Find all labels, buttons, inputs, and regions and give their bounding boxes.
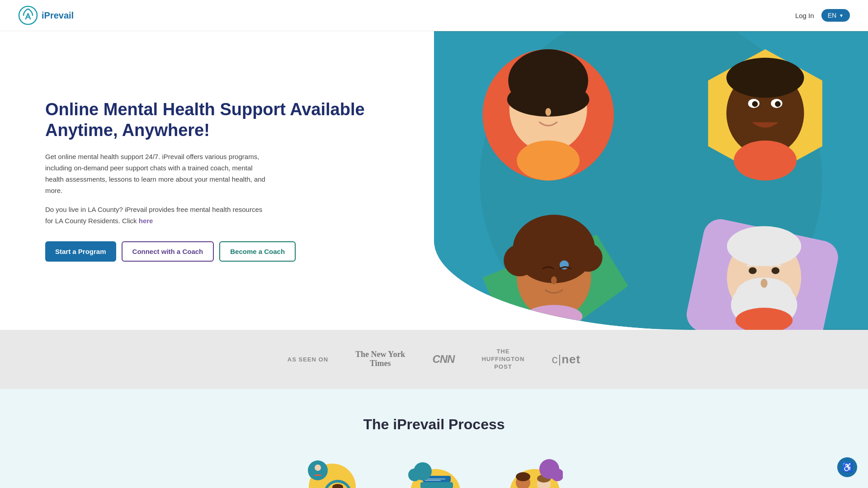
process-section: The iPrevail Process — [0, 389, 868, 488]
start-program-button[interactable]: Start a Program — [45, 241, 116, 262]
svg-point-16 — [752, 101, 758, 107]
svg-point-34 — [749, 267, 757, 274]
navbar: iPrevail Log In EN ▼ — [0, 0, 868, 31]
lang-label: EN — [828, 12, 836, 19]
language-selector[interactable]: EN ▼ — [821, 9, 850, 22]
svg-point-13 — [726, 58, 804, 98]
svg-point-18 — [734, 141, 797, 180]
nav-right: Log In EN ▼ — [795, 9, 850, 22]
as-seen-on-section: AS SEEN ON The New YorkTimes CNN THEHUFF… — [0, 330, 868, 389]
svg-point-44 — [315, 465, 321, 471]
svg-point-28 — [525, 305, 582, 328]
svg-point-7 — [534, 98, 542, 103]
svg-point-55 — [516, 472, 530, 481]
process-card-2 — [402, 455, 466, 488]
accessibility-icon: ♿ — [842, 462, 853, 473]
svg-point-17 — [775, 101, 781, 107]
huffpost-logo: THEHUFFINGTONPOST — [481, 348, 524, 371]
hero-illustration-svg — [434, 31, 868, 330]
svg-point-25 — [558, 226, 584, 251]
process-icon-assessment — [305, 458, 364, 488]
process-cards — [36, 455, 832, 488]
cnet-logo-text: c|net — [552, 352, 580, 366]
huffpost-logo-text: THEHUFFINGTONPOST — [481, 348, 524, 371]
hero-la-text: Do you live in LA County? iPrevail provi… — [45, 204, 271, 227]
accessibility-button[interactable]: ♿ — [837, 457, 857, 477]
hero-description: Get online mental health support 24/7. i… — [45, 151, 271, 196]
svg-point-52 — [408, 469, 421, 481]
svg-point-9 — [545, 108, 551, 116]
here-link[interactable]: here — [139, 217, 153, 225]
process-icon-1-wrap — [303, 455, 366, 488]
svg-rect-47 — [420, 482, 453, 488]
svg-point-8 — [555, 98, 563, 103]
process-icon-community — [504, 458, 563, 488]
cnn-logo: CNN — [432, 353, 454, 366]
la-text-before: Do you live in LA County? iPrevail provi… — [45, 206, 262, 225]
hero-section: Online Mental Health Support Available A… — [0, 31, 868, 330]
logo[interactable]: iPrevail — [18, 5, 74, 25]
hero-title: Online Mental Health Support Available A… — [45, 99, 416, 141]
connect-coach-button[interactable]: Connect with a Coach — [122, 241, 214, 262]
nyt-logo-text: The New YorkTimes — [355, 350, 405, 368]
svg-point-36 — [761, 279, 768, 288]
process-title: The iPrevail Process — [36, 416, 832, 433]
as-seen-on-label: AS SEEN ON — [288, 356, 328, 363]
svg-point-10 — [517, 141, 580, 180]
iprevail-logo-icon — [18, 5, 38, 25]
login-button[interactable]: Log In — [795, 12, 814, 19]
become-coach-button[interactable]: Become a Coach — [219, 241, 296, 262]
nyt-logo: The New YorkTimes — [355, 350, 405, 368]
cnet-logo: c|net — [552, 352, 580, 366]
hero-content: Online Mental Health Support Available A… — [0, 31, 434, 330]
svg-point-31 — [727, 226, 801, 266]
cnn-logo-text: CNN — [432, 353, 454, 366]
svg-point-35 — [772, 267, 780, 274]
process-icon-3-wrap — [502, 455, 565, 488]
chevron-down-icon: ▼ — [839, 13, 844, 18]
svg-point-24 — [524, 228, 550, 253]
hero-image — [434, 31, 868, 330]
process-card-3 — [502, 455, 565, 488]
process-card-1 — [303, 455, 366, 488]
hero-buttons: Start a Program Connect with a Coach Bec… — [45, 241, 416, 262]
process-icon-learning — [405, 458, 463, 488]
logo-text: iPrevail — [42, 10, 74, 21]
process-icon-2-wrap — [402, 455, 466, 488]
svg-point-27 — [551, 277, 557, 285]
